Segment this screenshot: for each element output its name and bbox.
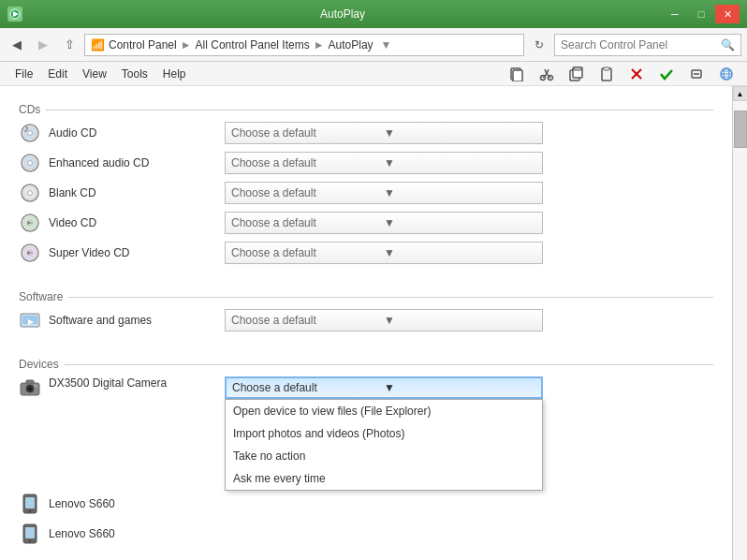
svg-rect-14 bbox=[604, 67, 609, 70]
cds-section-header: CDs bbox=[19, 103, 713, 116]
list-item: ♪ Audio CD Choose a default ▼ bbox=[19, 122, 713, 144]
paste-button[interactable] bbox=[564, 64, 590, 84]
address-path[interactable]: 📶 Control Panel ► All Control Panel Item… bbox=[84, 34, 524, 56]
autoplay-icon bbox=[7, 7, 22, 22]
svg-point-47 bbox=[28, 387, 33, 391]
chevron-down-icon: ▼ bbox=[384, 246, 536, 259]
scrollbar: ▲ ▼ bbox=[732, 86, 747, 560]
refresh-button[interactable]: ↻ bbox=[528, 34, 550, 56]
cd-icon bbox=[19, 242, 41, 264]
software-icon bbox=[19, 309, 41, 332]
audio-cd-value: Choose a default bbox=[231, 126, 384, 140]
chevron-down-icon: ▼ bbox=[384, 216, 536, 229]
list-item: DX3500 Digital Camera Choose a default ▼… bbox=[19, 376, 713, 399]
video-cd-value: Choose a default bbox=[231, 216, 384, 229]
blank-cd-value: Choose a default bbox=[231, 186, 384, 199]
back-button[interactable]: ◀ bbox=[6, 34, 28, 56]
enhanced-cd-value: Choose a default bbox=[231, 156, 384, 169]
delete-button[interactable] bbox=[623, 64, 650, 84]
software-games-label: Software and games bbox=[49, 314, 217, 327]
svg-line-9 bbox=[547, 69, 549, 74]
list-item: Lenovo S660 bbox=[19, 493, 713, 515]
menu-bar: File Edit View Tools Help bbox=[0, 62, 747, 86]
path-part-3[interactable]: AutoPlay bbox=[329, 38, 374, 52]
lenovo-s660-2-label: Lenovo S660 bbox=[49, 527, 217, 540]
search-box[interactable]: 🔍 bbox=[554, 34, 741, 56]
camera-icon bbox=[19, 376, 41, 399]
devices-label: Devices bbox=[19, 358, 59, 371]
super-video-cd-dropdown[interactable]: Choose a default ▼ bbox=[225, 242, 543, 264]
chevron-down-icon: ▼ bbox=[384, 314, 536, 327]
title-bar-left bbox=[7, 7, 22, 22]
svg-point-33 bbox=[28, 191, 33, 196]
camera-label: DX3500 Digital Camera bbox=[49, 376, 217, 390]
devices-section-line bbox=[65, 364, 713, 365]
cd-icon: ♪ bbox=[19, 122, 41, 144]
super-video-cd-value: Choose a default bbox=[231, 246, 384, 259]
menu-edit[interactable]: Edit bbox=[40, 64, 75, 84]
list-item: Video CD Choose a default ▼ bbox=[19, 212, 713, 234]
close-button[interactable]: ✕ bbox=[715, 5, 740, 23]
menu-view[interactable]: View bbox=[75, 64, 114, 84]
window-title: AutoPlay bbox=[22, 7, 663, 21]
minimize-button[interactable]: ─ bbox=[663, 5, 687, 23]
svg-point-52 bbox=[29, 510, 31, 512]
option-view-files[interactable]: Open device to view files (File Explorer… bbox=[226, 400, 542, 422]
svg-rect-3 bbox=[513, 70, 522, 81]
list-item: Enhanced audio CD Choose a default ▼ bbox=[19, 152, 713, 174]
option-no-action[interactable]: Take no action bbox=[226, 445, 542, 467]
scroll-up-button[interactable]: ▲ bbox=[733, 86, 748, 101]
camera-value: Choose a default bbox=[232, 381, 384, 394]
audio-cd-label: Audio CD bbox=[49, 126, 217, 140]
camera-dropdown[interactable]: Choose a default ▼ bbox=[225, 376, 543, 399]
svg-rect-48 bbox=[26, 380, 34, 384]
svg-rect-54 bbox=[25, 527, 35, 538]
chevron-down-icon: ▼ bbox=[384, 186, 536, 199]
globe-button[interactable] bbox=[713, 64, 740, 84]
cd-icon bbox=[19, 212, 41, 234]
list-item: Software and games Choose a default ▼ bbox=[19, 309, 713, 332]
video-cd-dropdown[interactable]: Choose a default ▼ bbox=[225, 212, 543, 234]
video-cd-label: Video CD bbox=[49, 216, 217, 229]
path-part-2[interactable]: All Control Panel Items bbox=[196, 38, 310, 52]
copy-button[interactable] bbox=[504, 64, 530, 84]
check-button[interactable] bbox=[653, 64, 680, 84]
menu-file[interactable]: File bbox=[7, 64, 40, 84]
enhanced-cd-dropdown[interactable]: Choose a default ▼ bbox=[225, 152, 543, 174]
svg-point-55 bbox=[29, 540, 31, 542]
title-bar: AutoPlay ─ □ ✕ bbox=[0, 0, 747, 28]
up-button[interactable]: ⇧ bbox=[58, 34, 81, 56]
chevron-down-icon: ▼ bbox=[384, 381, 535, 394]
audio-cd-dropdown[interactable]: Choose a default ▼ bbox=[225, 122, 543, 144]
list-item: Blank CD Choose a default ▼ bbox=[19, 182, 713, 204]
cd-icon bbox=[19, 152, 41, 174]
scissors-button[interactable] bbox=[534, 64, 560, 84]
svg-rect-12 bbox=[574, 67, 581, 70]
option-import-photos[interactable]: Import photos and videos (Photos) bbox=[226, 422, 542, 445]
path-computer-icon: 📶 bbox=[91, 38, 105, 52]
software-section-header: Software bbox=[19, 290, 713, 303]
svg-point-49 bbox=[35, 385, 37, 388]
forward-button[interactable]: ▶ bbox=[32, 34, 54, 56]
restore-button[interactable]: □ bbox=[689, 5, 713, 23]
svg-rect-51 bbox=[25, 497, 35, 508]
camera-dropdown-menu: Open device to view files (File Explorer… bbox=[225, 399, 543, 491]
cds-label: CDs bbox=[19, 103, 40, 116]
path-part-1[interactable]: Control Panel bbox=[109, 38, 177, 52]
scroll-thumb[interactable] bbox=[734, 111, 747, 148]
menu-help[interactable]: Help bbox=[155, 64, 194, 84]
lenovo-s660-1-label: Lenovo S660 bbox=[49, 497, 217, 510]
clipboard-button[interactable] bbox=[593, 64, 620, 84]
search-input[interactable] bbox=[561, 38, 717, 52]
minus-button[interactable] bbox=[683, 64, 710, 84]
blank-cd-dropdown[interactable]: Choose a default ▼ bbox=[225, 182, 543, 204]
option-ask-every-time[interactable]: Ask me every time bbox=[226, 467, 542, 490]
phone-icon bbox=[19, 523, 41, 545]
software-games-dropdown[interactable]: Choose a default ▼ bbox=[225, 309, 543, 332]
blank-cd-label: Blank CD bbox=[49, 186, 217, 199]
cd-icon bbox=[19, 182, 41, 204]
path-dropdown-arrow[interactable]: ▼ bbox=[381, 38, 392, 52]
chevron-down-icon: ▼ bbox=[384, 126, 536, 140]
menu-tools[interactable]: Tools bbox=[114, 64, 155, 84]
enhanced-cd-label: Enhanced audio CD bbox=[49, 156, 217, 169]
